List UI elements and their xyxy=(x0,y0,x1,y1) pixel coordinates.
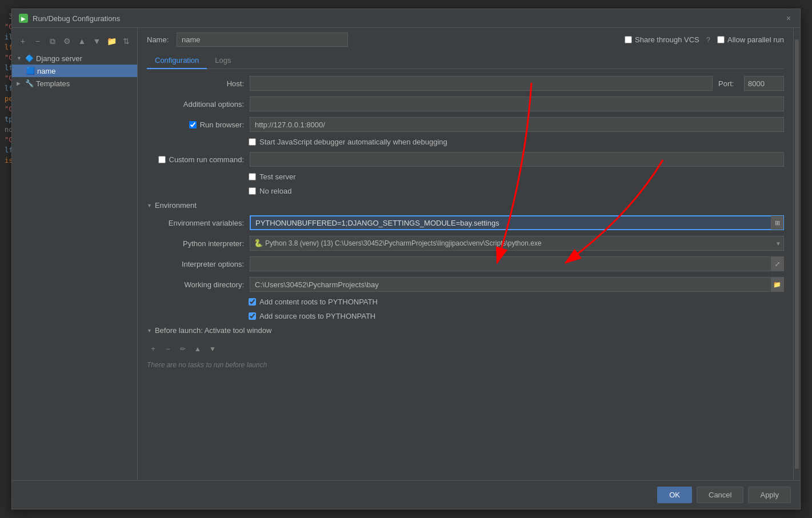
add-source-roots-label: Add source roots to PYTHONPATH xyxy=(259,312,375,320)
apply-button[interactable]: Apply xyxy=(748,487,791,503)
additional-options-label: Additional options: xyxy=(147,100,244,109)
test-server-option[interactable]: Test server xyxy=(249,172,296,181)
run-browser-row: Run browser: xyxy=(147,117,784,132)
launch-add-button[interactable]: + xyxy=(147,343,159,355)
form-area: Host: Port: Additional options: Run brow… xyxy=(147,69,784,480)
group-arrow-icon: ▼ xyxy=(17,55,22,61)
parallel-run-label: Allow parallel run xyxy=(727,35,784,44)
add-config-button[interactable]: + xyxy=(17,35,29,47)
sort-button[interactable]: ⇅ xyxy=(120,35,133,47)
before-launch-header[interactable]: ▼ Before launch: Activate tool window xyxy=(147,326,784,335)
add-content-roots-checkbox[interactable] xyxy=(249,298,256,306)
tab-configuration[interactable]: Configuration xyxy=(147,53,207,69)
python-interpreter-label: Python interpreter: xyxy=(147,239,244,248)
share-vcs-label: Share through VCS xyxy=(635,35,699,44)
cancel-button[interactable]: Cancel xyxy=(697,487,743,503)
move-up-button[interactable]: ▲ xyxy=(76,35,89,47)
interpreter-options-expand-button[interactable]: ⤢ xyxy=(771,257,783,271)
launch-down-button[interactable]: ▼ xyxy=(206,343,219,355)
environment-section-header[interactable]: ▼ Environment xyxy=(147,201,784,210)
no-reload-checkbox[interactable] xyxy=(249,187,256,195)
additional-options-row: Additional options: xyxy=(147,97,784,111)
env-section-arrow-icon: ▼ xyxy=(147,203,152,208)
additional-options-input[interactable] xyxy=(250,97,784,111)
django-server-group[interactable]: ▼ 🔷 Django server xyxy=(12,52,137,65)
launch-remove-button[interactable]: − xyxy=(162,343,174,355)
folder-button[interactable]: 📁 xyxy=(105,35,118,47)
host-input[interactable] xyxy=(250,76,713,91)
add-content-roots-label: Add content roots to PYTHONPATH xyxy=(259,298,378,306)
host-row: Host: Port: xyxy=(147,76,784,91)
no-reload-option[interactable]: No reload xyxy=(249,187,291,195)
launch-up-button[interactable]: ▲ xyxy=(191,343,204,355)
test-server-checkbox[interactable] xyxy=(249,173,256,180)
templates-arrow-icon: ▶ xyxy=(17,81,22,86)
django-server-label: Django server xyxy=(36,54,82,63)
remove-config-button[interactable]: − xyxy=(31,35,44,47)
port-label: Port: xyxy=(718,79,738,88)
working-directory-row: Working directory: 📁 xyxy=(147,277,784,292)
dialog-scrollbar[interactable] xyxy=(793,28,800,480)
interpreter-dropdown-icon[interactable]: ▼ xyxy=(775,240,781,247)
share-vcs-checkbox[interactable] xyxy=(625,36,632,43)
js-debugger-option[interactable]: Start JavaScript debugger automatically … xyxy=(249,138,447,146)
before-launch-section: ▼ Before launch: Activate tool window + … xyxy=(147,326,784,371)
launch-list-empty: There are no tasks to run before launch xyxy=(147,359,784,371)
launch-edit-button[interactable]: ✏ xyxy=(177,343,189,355)
launch-toolbar: + − ✏ ▲ ▼ xyxy=(147,340,784,359)
ok-button[interactable]: OK xyxy=(657,487,692,503)
python-interpreter-row: Python interpreter: 🐍 Python 3.8 (venv) … xyxy=(147,236,784,251)
working-directory-browse-button[interactable]: 📁 xyxy=(771,278,783,291)
js-debugger-label: Start JavaScript debugger automatically … xyxy=(259,138,447,146)
parallel-run-option[interactable]: Allow parallel run xyxy=(717,35,784,44)
interpreter-options-wrap: ⤢ xyxy=(250,256,784,271)
python-icon: 🐍 xyxy=(254,239,263,248)
name-input[interactable] xyxy=(177,33,348,47)
working-directory-wrap: 📁 xyxy=(250,277,784,292)
help-icon[interactable]: ? xyxy=(706,35,710,44)
move-down-button[interactable]: ▼ xyxy=(90,35,103,47)
env-variables-wrap: ⊞ xyxy=(250,215,784,230)
before-launch-title: Before launch: Activate tool window xyxy=(155,326,272,335)
environment-section-title: Environment xyxy=(155,201,197,210)
custom-run-command-input[interactable] xyxy=(250,152,784,167)
name-config-item[interactable]: 🟦 name xyxy=(12,65,137,77)
close-button[interactable]: × xyxy=(784,14,793,23)
config-tabs: Configuration Logs xyxy=(147,53,784,69)
run-browser-input[interactable] xyxy=(250,117,784,132)
no-reload-row: No reload xyxy=(147,187,784,195)
sidebar-toolbar: + − ⧉ ⚙ ▲ ▼ 📁 ⇅ xyxy=(12,33,137,52)
interpreter-options-input[interactable] xyxy=(250,256,784,271)
python-interpreter-wrap[interactable]: 🐍 Python 3.8 (venv) (13) C:\Users\30452\… xyxy=(250,236,784,251)
env-browse-button[interactable]: ⊞ xyxy=(771,216,783,230)
host-label: Host: xyxy=(147,79,244,88)
interpreter-options-label: Interpreter options: xyxy=(147,260,244,268)
header-options: Share through VCS ? Allow parallel run xyxy=(625,35,784,44)
add-source-roots-option[interactable]: Add source roots to PYTHONPATH xyxy=(249,312,375,320)
dialog-footer: OK Cancel Apply xyxy=(12,480,800,509)
settings-config-button[interactable]: ⚙ xyxy=(61,35,74,47)
share-vcs-option[interactable]: Share through VCS xyxy=(625,35,699,44)
templates-group[interactable]: ▶ 🔧 Templates xyxy=(12,77,137,90)
name-row: Name: Share through VCS ? Allow parallel… xyxy=(147,33,784,47)
name-item-label: name xyxy=(37,67,56,75)
custom-run-command-checkbox[interactable] xyxy=(158,156,166,163)
tab-logs[interactable]: Logs xyxy=(207,53,239,69)
before-launch-arrow-icon: ▼ xyxy=(147,328,152,334)
working-directory-label: Working directory: xyxy=(147,280,244,289)
parallel-run-checkbox[interactable] xyxy=(717,36,725,43)
run-browser-checkbox[interactable] xyxy=(189,121,197,129)
run-debug-dialog: ▶ Run/Debug Configurations × + − ⧉ ⚙ ▲ ▼… xyxy=(11,9,801,509)
copy-config-button[interactable]: ⧉ xyxy=(46,35,59,47)
config-icon: 🟦 xyxy=(26,66,35,75)
add-content-roots-option[interactable]: Add content roots to PYTHONPATH xyxy=(249,298,378,306)
add-content-roots-row: Add content roots to PYTHONPATH xyxy=(147,298,784,306)
add-source-roots-checkbox[interactable] xyxy=(249,312,256,320)
js-debugger-checkbox[interactable] xyxy=(249,138,256,146)
working-directory-input[interactable] xyxy=(250,277,784,292)
config-right-panel: Name: Share through VCS ? Allow parallel… xyxy=(138,28,793,480)
config-sidebar: + − ⧉ ⚙ ▲ ▼ 📁 ⇅ ▼ 🔷 Django server 🟦 name… xyxy=(12,28,138,480)
port-input[interactable] xyxy=(744,76,784,91)
no-reload-label: No reload xyxy=(259,187,291,195)
env-variables-input[interactable] xyxy=(250,215,784,230)
